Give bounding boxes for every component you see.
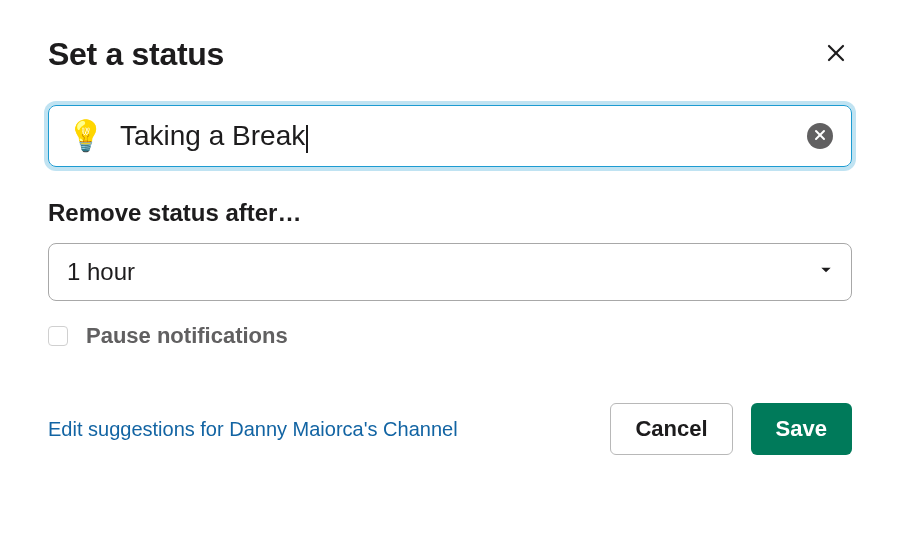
status-emoji-picker[interactable]: 💡 — [67, 121, 104, 151]
close-icon — [824, 41, 848, 68]
remove-after-select[interactable]: 1 hour — [48, 243, 852, 301]
pause-notifications-checkbox[interactable] — [48, 326, 68, 346]
cancel-button[interactable]: Cancel — [610, 403, 732, 455]
dialog-title: Set a status — [48, 36, 224, 73]
clear-icon — [814, 129, 826, 144]
chevron-down-icon — [819, 263, 833, 281]
pause-notifications-label: Pause notifications — [86, 323, 288, 349]
remove-after-value: 1 hour — [67, 258, 135, 286]
edit-suggestions-link[interactable]: Edit suggestions for Danny Maiorca's Cha… — [48, 418, 458, 441]
save-button[interactable]: Save — [751, 403, 852, 455]
status-input-container[interactable]: 💡 Taking a Break — [48, 105, 852, 167]
close-button[interactable] — [820, 37, 852, 72]
clear-status-button[interactable] — [807, 123, 833, 149]
status-text-input[interactable]: Taking a Break — [120, 120, 791, 152]
remove-after-label: Remove status after… — [48, 199, 852, 227]
